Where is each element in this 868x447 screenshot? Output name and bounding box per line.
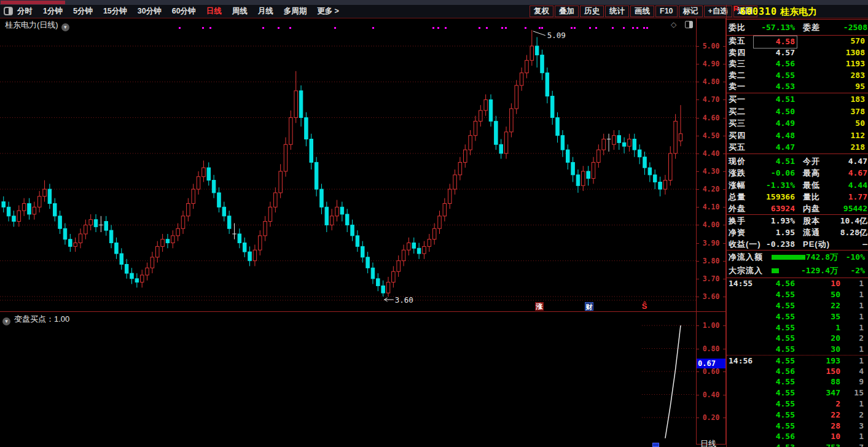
- quote-panel: 委比-57.13%委差-2508卖五4.58570卖四4.571308卖三4.5…: [727, 19, 868, 447]
- level-volume: 378: [816, 106, 865, 118]
- axis-tick: [723, 136, 725, 136]
- stats-row: 现价4.51今开4.47: [727, 155, 868, 167]
- bid-row[interactable]: 买三4.4950: [727, 117, 868, 130]
- candlestick-chart[interactable]: 5.093.60: [0, 18, 696, 312]
- event-marker-财[interactable]: 财: [585, 302, 593, 311]
- event-marker-Ŝ[interactable]: Ŝ: [640, 302, 649, 311]
- mini-widget[interactable]: [652, 443, 659, 447]
- tick-price: 4.55: [752, 300, 795, 311]
- ask-row[interactable]: 卖一4.5395: [727, 81, 868, 93]
- axis-tick: [723, 207, 725, 208]
- tick-count: 1: [843, 431, 864, 442]
- level-price: 4.56: [751, 58, 795, 70]
- chevron-down-icon[interactable]: ▾: [61, 23, 69, 31]
- stat-label: 流通: [803, 227, 820, 238]
- axis-tick: [723, 243, 725, 244]
- stats-row: 外盘63924内盘95442: [727, 203, 868, 214]
- ask-row[interactable]: 卖五4.58570: [727, 36, 868, 47]
- indicator-label: ▾变盘买点：1.00: [2, 314, 69, 325]
- axis-tick: [697, 243, 699, 244]
- toolbar-button[interactable]: 标记: [679, 6, 703, 17]
- window-top-strip: [0, 0, 868, 5]
- toolbar-button[interactable]: 复权: [530, 6, 553, 17]
- indicator-axis-label: 0.80: [697, 344, 725, 353]
- tick-row: 4.537537: [727, 442, 868, 447]
- ask-row[interactable]: 卖二4.55283: [727, 70, 868, 82]
- tick-volume: 30: [797, 344, 840, 355]
- period-tab[interactable]: 多周期: [284, 6, 307, 17]
- bid-row[interactable]: 买四4.48112: [727, 130, 868, 142]
- tick-volume: 150: [797, 366, 840, 377]
- period-tab[interactable]: 15分钟: [103, 6, 127, 17]
- price-axis-label: 3.60: [697, 292, 725, 301]
- axis-tick: [697, 118, 699, 119]
- price-axis-label: 4.80: [697, 77, 725, 86]
- ask: 卖五4.58570卖四4.571308卖三4.561193卖二4.55283卖一…: [727, 36, 868, 93]
- price-axis-label: 5.00: [697, 42, 725, 50]
- toolbar-button[interactable]: 叠加: [555, 6, 579, 17]
- event-marker-涨[interactable]: 涨: [535, 302, 544, 311]
- level-volume: 1193: [816, 58, 865, 70]
- bid-row[interactable]: 买一4.51183: [727, 93, 868, 106]
- tick-count: 2: [843, 333, 864, 344]
- level-label: 买二: [729, 106, 746, 118]
- axis-tick: [697, 189, 699, 190]
- axis-tick: [723, 99, 725, 100]
- period-tab[interactable]: 分时: [17, 6, 33, 17]
- split-view-icon[interactable]: [685, 21, 693, 28]
- level-price: 4.57: [751, 47, 795, 59]
- axis-tick: [697, 46, 699, 47]
- period-tab[interactable]: 月线: [258, 6, 273, 17]
- tick-volume: 10: [797, 278, 840, 289]
- period-tab[interactable]: 5分钟: [73, 6, 93, 17]
- stock-name: 桂东电力: [780, 6, 817, 17]
- period-tab[interactable]: 1分钟: [43, 6, 63, 17]
- price-axis-label: 4.40: [697, 149, 725, 158]
- chevron-down-icon[interactable]: ▾: [2, 317, 10, 325]
- flow-bar: [772, 268, 779, 273]
- period-tab[interactable]: 30分钟: [138, 6, 162, 17]
- toolbar-button[interactable]: F10: [655, 6, 678, 17]
- period-tab[interactable]: 60分钟: [172, 6, 196, 17]
- bid-row[interactable]: 买二4.50378: [727, 106, 868, 118]
- tick-list[interactable]: 14:554.561014.555014.552214.553514.55114…: [727, 278, 868, 447]
- indicator-panel[interactable]: [0, 312, 696, 447]
- tick-volume: 193: [797, 356, 840, 367]
- tick-volume: 2: [797, 398, 840, 410]
- tick-price: 4.55: [752, 311, 795, 322]
- price-axis-label: 4.70: [697, 95, 725, 104]
- price-axis-label: 3.70: [697, 274, 725, 283]
- price-axis-label: 4.60: [697, 114, 725, 122]
- tick-price: 4.55: [752, 344, 795, 355]
- stat-value: —: [823, 238, 867, 250]
- stat-label: 今开: [803, 155, 820, 167]
- ask-row[interactable]: 卖三4.561193: [727, 58, 868, 70]
- period-tab[interactable]: 更多 >: [317, 6, 339, 17]
- flow-percent: -2%: [840, 264, 865, 278]
- weibi-value: -57.13%: [751, 20, 795, 35]
- window-top-tab[interactable]: [1, 1, 65, 4]
- toolbar-button[interactable]: 历史: [580, 6, 604, 17]
- period-tab[interactable]: 日线: [206, 6, 222, 17]
- toolbar-button[interactable]: 画线: [630, 6, 654, 17]
- tick-count: 2: [843, 410, 864, 421]
- axis-tick: [723, 261, 725, 262]
- toolbar-button[interactable]: 统计: [605, 6, 629, 17]
- layout-toggle-icon[interactable]: [4, 7, 13, 15]
- bid-row[interactable]: 买五4.47218: [727, 141, 868, 154]
- axis-tick: [723, 297, 725, 297]
- period-tab[interactable]: 周线: [232, 6, 248, 17]
- toolbar-button[interactable]: +自选: [704, 6, 732, 17]
- diamond-tool-icon[interactable]: ◇: [671, 20, 676, 29]
- axis-tick: [697, 99, 699, 100]
- level-price: 4.50: [751, 106, 795, 118]
- tick-row: 4.5534715: [727, 387, 868, 398]
- price-axis: 5.004.904.804.704.604.504.404.304.204.10…: [696, 18, 726, 311]
- stat-label: 内盘: [803, 203, 820, 214]
- ask-row[interactable]: 卖四4.571308: [727, 47, 868, 59]
- stat-value: 1.93%: [745, 215, 795, 227]
- stats-row: 净资1.95流通8.28亿: [727, 227, 868, 238]
- tick-volume: 28: [797, 421, 840, 432]
- stats-row: 涨幅-1.31%最低4.44: [727, 179, 868, 191]
- level-volume: 218: [816, 141, 865, 154]
